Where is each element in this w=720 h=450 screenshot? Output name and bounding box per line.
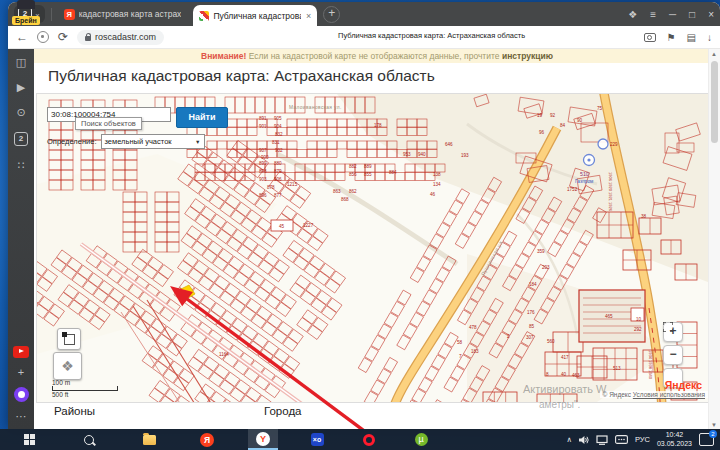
taskbar-clock[interactable]: 10:42 03.05.2023 [657, 431, 692, 449]
parcel-label: 38 [641, 214, 647, 219]
bookmark-flag-icon[interactable]: ⚑ [667, 32, 676, 43]
camera-icon[interactable]: ⊙ [16, 107, 25, 118]
menu-icon[interactable]: ≡ [650, 9, 656, 20]
desktop-shortcut[interactable]: Брейн [12, 0, 40, 27]
address-bar[interactable]: roscadastr.com [77, 30, 164, 45]
volume-icon[interactable] [579, 435, 589, 445]
parcel-label: 134 [433, 182, 441, 187]
extent-icon [64, 334, 75, 345]
parcel-label: 184 [529, 282, 537, 287]
alice-assistant-icon[interactable] [14, 387, 29, 402]
parcel-label: 896 [259, 193, 267, 198]
more-icon[interactable]: ⋯ [16, 411, 27, 422]
parcel-label: 906 [274, 177, 282, 182]
instruction-link[interactable]: инструкцию [502, 51, 553, 61]
utorrent-button[interactable]: µ [406, 429, 436, 450]
scroll-up-icon[interactable]: ▲ [711, 51, 717, 57]
find-button[interactable]: Найти [176, 107, 228, 128]
services-grid-icon[interactable]: ∷ [18, 160, 25, 171]
protect-icon[interactable] [37, 31, 49, 43]
warning-text: Если на кадастровой карте не отображаютс… [246, 51, 502, 61]
refresh-icon[interactable]: ⟳ [58, 31, 68, 43]
video-icon[interactable]: ▶ [17, 82, 25, 93]
poi-number: 510 [580, 171, 589, 177]
parcel-label: 889 [364, 164, 372, 169]
object-type-select[interactable]: земельный участок ▼ [101, 134, 205, 149]
tabs-counter-icon[interactable]: 2 [14, 132, 28, 146]
start-button[interactable] [14, 429, 44, 450]
search-tooltip: Поиск объектов [75, 117, 142, 130]
parcel-label: 879 [274, 169, 282, 174]
cadastral-map[interactable]: 510ГазпромМалоивановская ул.Пушкинская у… [36, 93, 712, 403]
parcel-label: 903 [259, 177, 267, 182]
page-scrollbar[interactable]: ▲ ▼ [708, 49, 720, 429]
tray-chevron-icon[interactable]: ∧ [566, 435, 572, 444]
maximize-button[interactable]: □ [689, 9, 695, 20]
scale-bar: 100 m 500 ft [52, 379, 118, 398]
yandex-browser-button[interactable]: Я [192, 429, 222, 450]
screenshot-icon[interactable] [644, 33, 656, 42]
clock-date: 03.05.2023 [657, 440, 692, 449]
folder-icon [143, 435, 156, 445]
section-cities[interactable]: Города [264, 405, 302, 417]
side-panel-icon[interactable]: ◫ [16, 57, 26, 68]
tab-cadastral-search[interactable]: Я кадастровая карта астрах [58, 4, 188, 24]
file-explorer-button[interactable] [134, 429, 164, 450]
tab-public-cadastral-map[interactable]: Публичная кадастрова × [193, 5, 317, 26]
filter-label: Определение: [47, 137, 97, 146]
layers-button[interactable]: ❖ [53, 352, 82, 380]
network-icon[interactable] [596, 435, 608, 445]
language-indicator[interactable]: РУС [635, 435, 650, 444]
parcel-label: 478 [469, 325, 477, 330]
search-icon [84, 435, 94, 445]
clock-time: 10:42 [657, 431, 692, 440]
scrollbar-thumb[interactable] [711, 61, 718, 143]
parcel-label: 1227 [303, 223, 314, 228]
collections-icon[interactable]: ▤ [687, 32, 696, 43]
parcel-label: 176 [527, 310, 535, 315]
section-districts[interactable]: Районы [54, 405, 95, 417]
parcel-label: 465 [605, 314, 613, 319]
parcel-label: 646 [445, 142, 453, 147]
download-icon[interactable]: ↓ [707, 32, 712, 43]
close-tab-icon[interactable]: × [306, 11, 311, 21]
parcel-label: 7 [459, 354, 462, 359]
blue-app-button[interactable]: ×о [302, 429, 332, 450]
parcel-label: 901 [259, 124, 267, 129]
opera-button[interactable] [354, 429, 384, 450]
map-favicon [199, 11, 209, 21]
parcel-label-rotated: 1906 1920 1921 1926 [608, 172, 613, 212]
parcel-label-rotated: 1934 1938 1940 [648, 350, 653, 380]
domain-text: roscadastr.com [95, 32, 156, 42]
parcel-label: 868 [341, 197, 349, 202]
parcel-label: 85 [529, 324, 535, 329]
youtube-icon[interactable] [13, 346, 29, 358]
parcel-label: 92 [550, 113, 556, 118]
add-icon[interactable]: + [18, 367, 24, 378]
touch-keyboard-icon[interactable] [615, 435, 628, 444]
taskbar-search-button[interactable] [74, 429, 104, 450]
zoom-out-button[interactable]: − [663, 345, 683, 365]
parcel-label: 183 [471, 349, 479, 354]
minimize-button[interactable]: ─ [669, 9, 676, 20]
parcel-label: 891 [259, 116, 267, 121]
action-center-icon[interactable]: 2 [699, 433, 714, 446]
yandex-logo[interactable]: Яндекс [665, 379, 702, 391]
extensions-icon[interactable]: ❖ [628, 9, 637, 20]
parcel-label: 46 [430, 192, 436, 197]
back-icon[interactable]: ← [16, 31, 28, 43]
system-tray: ∧ РУС 10:42 03.05.2023 2 [566, 431, 720, 449]
terms-link[interactable]: Условия использования [633, 391, 705, 398]
parcel-label: 193 [461, 153, 469, 158]
scroll-down-icon[interactable]: ▼ [711, 422, 717, 428]
extent-button[interactable] [57, 328, 81, 350]
close-button[interactable]: × [708, 9, 714, 20]
parcel-label: 880 [274, 161, 282, 166]
parcel-label: 898 [259, 169, 267, 174]
new-tab-button[interactable]: + [323, 6, 340, 23]
yandex-app-button-active[interactable]: Y [248, 429, 278, 450]
parcel-label: 1164 [219, 352, 229, 357]
parcel-label: 84 [560, 123, 566, 128]
page-title: Публичная кадастровая карта: Астраханска… [48, 67, 435, 85]
parcel-label: 900 [261, 155, 269, 160]
